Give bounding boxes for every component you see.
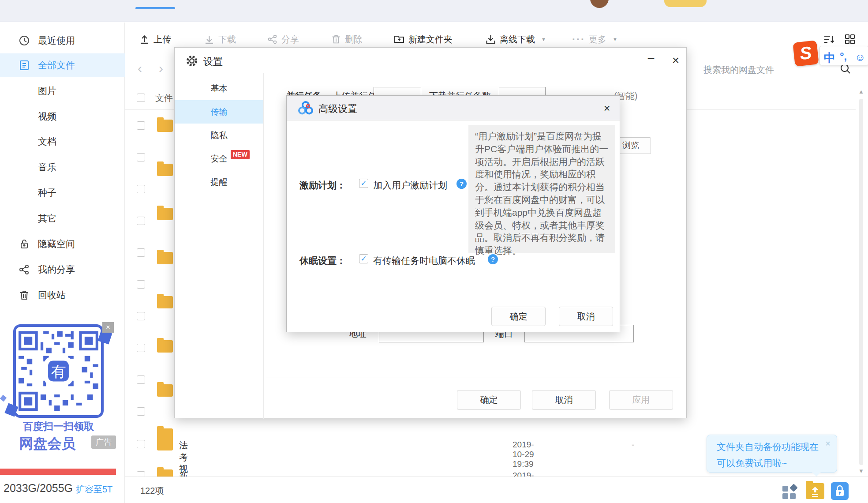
tab-transfer[interactable]: 传输 — [175, 100, 263, 124]
scrollbar[interactable]: ▲ ▼ — [857, 88, 864, 477]
tab-reminder[interactable]: 提醒 — [175, 170, 263, 194]
sidebar-item-my-shares[interactable]: 我的分享 — [0, 258, 125, 282]
settings-cancel-button[interactable]: 取消 — [532, 390, 596, 410]
chevron-down-icon[interactable]: ▼ — [541, 37, 546, 42]
tab-basic[interactable]: 基本 — [175, 77, 263, 100]
gear-icon — [185, 54, 198, 68]
ime-language-toggle[interactable]: 中 — [824, 50, 835, 66]
back-button[interactable]: ‹ — [138, 61, 142, 76]
row-checkbox[interactable] — [137, 344, 145, 352]
row-checkbox[interactable] — [137, 280, 145, 289]
incentive-plan-label: 激励计划： — [299, 179, 346, 191]
row-checkbox[interactable] — [137, 375, 145, 384]
ad-badge: 广告 — [91, 435, 116, 449]
cube-decoration — [0, 395, 7, 402]
ime-emoji-icon[interactable]: ☺ — [855, 51, 866, 64]
close-icon[interactable]: × — [825, 439, 831, 449]
row-checkbox[interactable] — [137, 440, 145, 448]
column-header-file[interactable]: 文件 — [155, 92, 173, 104]
row-checkbox[interactable] — [137, 248, 145, 257]
row-checkbox[interactable] — [137, 153, 145, 161]
scroll-down-icon[interactable]: ▼ — [858, 468, 864, 474]
tab-security[interactable]: 安全 NEW — [175, 147, 263, 170]
offline-download-button[interactable]: 离线下载 ▼ — [485, 31, 546, 47]
scrollbar-track[interactable] — [859, 99, 863, 465]
sidebar-item-recycle-bin[interactable]: 回收站 — [0, 283, 125, 307]
more-dots-icon: ··· — [572, 33, 585, 45]
qr-code-ad[interactable]: 有 — [13, 324, 104, 418]
avatar[interactable] — [590, 0, 609, 8]
sidebar-item-all-files[interactable]: 全部文件 — [0, 53, 125, 77]
sleep-checkbox[interactable]: ✓ — [359, 254, 368, 263]
sidebar: 最近使用 全部文件 图片 视频 文档 音乐 种子 其它 — [0, 23, 125, 503]
list-view-button[interactable] — [823, 31, 835, 47]
advanced-cancel-button[interactable]: 取消 — [559, 307, 613, 326]
forward-button[interactable]: › — [159, 61, 163, 76]
delete-button[interactable]: 删除 — [331, 31, 363, 47]
qr-ad-vip-text: 网盘会员 — [0, 434, 95, 454]
sort-list-icon — [823, 34, 835, 45]
new-folder-button[interactable]: 新建文件夹 — [393, 31, 453, 47]
advanced-settings-dialog: 高级设置 × 激励计划： ✓ 加入用户激励计划 ? “用户激励计划”是百度网盘为… — [286, 95, 620, 332]
tab-privacy[interactable]: 隐私 — [175, 124, 263, 147]
grid-view-button[interactable] — [844, 31, 856, 47]
upgrade-storage-link[interactable]: 扩容至5T — [76, 484, 112, 495]
upload-button[interactable]: 上传 — [139, 31, 171, 47]
row-checkbox[interactable] — [137, 312, 145, 320]
auto-backup-folder-icon[interactable] — [806, 483, 824, 499]
top-tab-strip — [0, 0, 868, 22]
promo-line1: 文件夹自动备份功能现在 — [717, 441, 819, 453]
settings-tab-column: 基本 传输 隐私 安全 NEW 提醒 — [175, 73, 264, 419]
sleep-setting-label: 休眠设置： — [299, 255, 346, 267]
close-icon[interactable]: × — [668, 51, 684, 69]
row-checkbox[interactable] — [137, 121, 145, 130]
mini-apps-icon[interactable] — [782, 484, 798, 500]
incentive-option-label: 加入用户激励计划 — [373, 179, 447, 191]
advanced-dialog-header: 高级设置 × — [287, 96, 620, 120]
help-icon[interactable]: ? — [488, 254, 498, 264]
sidebar-item-torrents[interactable]: 种子 — [0, 181, 125, 205]
advanced-ok-button[interactable]: 确定 — [491, 307, 546, 326]
sidebar-item-music[interactable]: 音乐 — [0, 155, 125, 179]
row-checkbox[interactable] — [137, 185, 145, 193]
new-badge: NEW — [231, 150, 250, 159]
sleep-option-label: 有传输任务时电脑不休眠 — [373, 255, 475, 267]
close-icon[interactable]: × — [598, 99, 616, 117]
grid-icon — [844, 34, 856, 45]
search-placeholder: 搜索我的网盘文件 — [703, 64, 774, 76]
sidebar-item-others[interactable]: 其它 — [0, 206, 125, 230]
settings-apply-button[interactable]: 应用 — [609, 390, 673, 410]
folder-icon — [157, 296, 173, 308]
offline-download-icon — [485, 34, 496, 45]
trash-icon — [19, 289, 30, 301]
download-button[interactable]: 下载 — [204, 31, 236, 47]
qr-close-icon[interactable]: × — [102, 322, 114, 333]
scroll-up-icon[interactable]: ▲ — [858, 88, 864, 95]
lock-icon — [19, 238, 30, 250]
chevron-down-icon[interactable]: ▼ — [613, 37, 617, 42]
vip-button[interactable] — [664, 0, 707, 7]
help-icon[interactable]: ? — [456, 179, 467, 189]
sidebar-item-hidden-space[interactable]: 隐藏空间 — [0, 232, 125, 256]
share-button[interactable]: 分享 — [267, 31, 299, 47]
row-checkbox[interactable] — [137, 217, 145, 225]
sogou-logo-icon[interactable]: S — [793, 40, 819, 66]
folder-icon — [157, 164, 173, 176]
sidebar-item-pictures[interactable]: 图片 — [0, 79, 125, 103]
storage-usage-text: 2033G/2055G — [4, 482, 73, 495]
footer-divider — [266, 378, 681, 378]
settings-dialog-title: 设置 — [203, 55, 223, 68]
settings-ok-button[interactable]: 确定 — [457, 390, 521, 410]
more-button[interactable]: ··· 更多 ▼ — [572, 31, 617, 47]
incentive-checkbox[interactable]: ✓ — [359, 179, 368, 188]
hidden-space-lock-icon[interactable] — [831, 482, 849, 500]
ime-punctuation-toggle[interactable]: °, — [840, 50, 847, 63]
minimize-icon[interactable]: − — [643, 51, 659, 69]
sidebar-item-videos[interactable]: 视频 — [0, 105, 125, 128]
upload-icon — [139, 34, 150, 45]
sidebar-item-documents[interactable]: 文档 — [0, 130, 125, 154]
select-all-checkbox[interactable] — [137, 94, 145, 102]
share-icon — [19, 264, 30, 275]
sidebar-item-recent[interactable]: 最近使用 — [0, 29, 125, 53]
row-checkbox[interactable] — [137, 407, 145, 416]
